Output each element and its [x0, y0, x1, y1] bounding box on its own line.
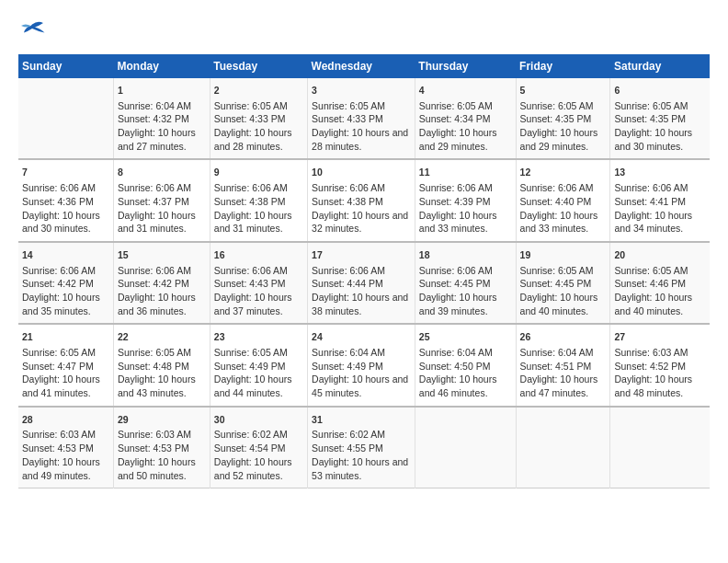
sunset: Sunset: 4:54 PM: [214, 442, 286, 454]
sunrise: Sunrise: 6:06 AM: [118, 182, 191, 193]
sunrise: Sunrise: 6:05 AM: [419, 100, 493, 111]
daylight: Daylight: 10 hours and 33 minutes.: [520, 210, 598, 235]
daylight: Daylight: 10 hours and 30 minutes.: [22, 210, 100, 235]
day-cell: 21Sunrise: 6:05 AMSunset: 4:47 PMDayligh…: [18, 324, 114, 406]
sunset: Sunset: 4:49 PM: [312, 361, 383, 372]
sunrise: Sunrise: 6:06 AM: [118, 265, 191, 276]
day-cell: 16Sunrise: 6:06 AMSunset: 4:43 PMDayligh…: [210, 242, 307, 324]
column-header-wednesday: Wednesday: [308, 54, 415, 78]
day-cell: 31Sunrise: 6:02 AMSunset: 4:55 PMDayligh…: [308, 407, 415, 488]
week-row-3: 14Sunrise: 6:06 AMSunset: 4:42 PMDayligh…: [18, 242, 710, 324]
sunset: Sunset: 4:51 PM: [520, 361, 592, 372]
sunrise: Sunrise: 6:06 AM: [419, 265, 493, 276]
day-number: 16: [214, 248, 303, 262]
day-number: 11: [419, 166, 512, 179]
day-cell: 6Sunrise: 6:05 AMSunset: 4:35 PMDaylight…: [610, 78, 710, 159]
day-cell: 24Sunrise: 6:04 AMSunset: 4:49 PMDayligh…: [308, 324, 415, 406]
daylight: Daylight: 10 hours and 28 minutes.: [312, 127, 408, 152]
daylight: Daylight: 10 hours and 50 minutes.: [118, 456, 196, 481]
sunrise: Sunrise: 6:05 AM: [312, 100, 385, 111]
week-row-4: 21Sunrise: 6:05 AMSunset: 4:47 PMDayligh…: [18, 324, 710, 406]
day-number: 28: [22, 413, 109, 427]
sunrise: Sunrise: 6:04 AM: [118, 100, 191, 111]
daylight: Daylight: 10 hours and 33 minutes.: [419, 210, 497, 235]
day-number: 19: [520, 248, 607, 262]
day-cell: 18Sunrise: 6:06 AMSunset: 4:45 PMDayligh…: [415, 242, 516, 324]
daylight: Daylight: 10 hours and 47 minutes.: [520, 373, 598, 398]
day-number: 9: [214, 166, 303, 179]
sunset: Sunset: 4:37 PM: [118, 196, 189, 207]
sunrise: Sunrise: 6:06 AM: [614, 182, 688, 193]
sunset: Sunset: 4:45 PM: [520, 278, 592, 289]
sunrise: Sunrise: 6:05 AM: [614, 265, 688, 276]
sunset: Sunset: 4:53 PM: [22, 442, 94, 454]
sunset: Sunset: 4:48 PM: [118, 361, 189, 372]
daylight: Daylight: 10 hours and 27 minutes.: [118, 127, 196, 152]
sunset: Sunset: 4:45 PM: [419, 278, 491, 289]
day-number: 18: [419, 248, 512, 262]
sunrise: Sunrise: 6:03 AM: [22, 429, 96, 440]
day-cell: 9Sunrise: 6:06 AMSunset: 4:38 PMDaylight…: [210, 159, 307, 241]
daylight: Daylight: 10 hours and 32 minutes.: [312, 210, 408, 235]
sunrise: Sunrise: 6:03 AM: [614, 347, 688, 358]
sunset: Sunset: 4:46 PM: [614, 278, 686, 289]
daylight: Daylight: 10 hours and 40 minutes.: [614, 292, 692, 316]
day-number: 20: [614, 248, 706, 262]
daylight: Daylight: 10 hours and 49 minutes.: [22, 456, 100, 481]
day-number: 6: [614, 84, 706, 98]
sunrise: Sunrise: 6:06 AM: [520, 182, 594, 193]
sunset: Sunset: 4:41 PM: [614, 196, 686, 207]
day-number: 25: [419, 330, 512, 344]
day-number: 13: [614, 166, 706, 179]
week-row-1: 1Sunrise: 6:04 AMSunset: 4:32 PMDaylight…: [18, 78, 710, 159]
day-cell: 19Sunrise: 6:05 AMSunset: 4:45 PMDayligh…: [516, 242, 610, 324]
day-cell: 1Sunrise: 6:04 AMSunset: 4:32 PMDaylight…: [114, 78, 210, 159]
day-number: 10: [312, 166, 411, 179]
day-number: 12: [520, 166, 607, 179]
sunset: Sunset: 4:33 PM: [312, 113, 383, 124]
sunrise: Sunrise: 6:04 AM: [419, 347, 493, 358]
daylight: Daylight: 10 hours and 34 minutes.: [614, 210, 692, 235]
day-number: 4: [419, 84, 512, 98]
day-number: 24: [312, 330, 411, 344]
column-header-tuesday: Tuesday: [210, 54, 307, 78]
day-number: 5: [520, 84, 607, 98]
week-row-5: 28Sunrise: 6:03 AMSunset: 4:53 PMDayligh…: [18, 407, 710, 488]
sunset: Sunset: 4:52 PM: [614, 361, 686, 372]
sunset: Sunset: 4:44 PM: [312, 278, 383, 289]
sunset: Sunset: 4:55 PM: [312, 442, 383, 454]
column-header-saturday: Saturday: [610, 54, 710, 78]
day-cell: 29Sunrise: 6:03 AMSunset: 4:53 PMDayligh…: [114, 407, 210, 488]
sunrise: Sunrise: 6:05 AM: [22, 347, 96, 358]
sunrise: Sunrise: 6:05 AM: [214, 347, 288, 358]
sunset: Sunset: 4:35 PM: [520, 113, 592, 124]
daylight: Daylight: 10 hours and 46 minutes.: [419, 373, 497, 398]
sunset: Sunset: 4:53 PM: [118, 442, 189, 454]
daylight: Daylight: 10 hours and 45 minutes.: [312, 373, 408, 398]
sunset: Sunset: 4:43 PM: [214, 278, 286, 289]
logo-icon: [18, 18, 46, 41]
day-cell: 28Sunrise: 6:03 AMSunset: 4:53 PMDayligh…: [18, 407, 114, 488]
day-cell: 26Sunrise: 6:04 AMSunset: 4:51 PMDayligh…: [516, 324, 610, 406]
day-cell: 4Sunrise: 6:05 AMSunset: 4:34 PMDaylight…: [415, 78, 516, 159]
day-cell: 30Sunrise: 6:02 AMSunset: 4:54 PMDayligh…: [210, 407, 307, 488]
day-number: 3: [312, 84, 411, 98]
logo: [18, 18, 50, 45]
day-cell: 5Sunrise: 6:05 AMSunset: 4:35 PMDaylight…: [516, 78, 610, 159]
sunset: Sunset: 4:33 PM: [214, 113, 286, 124]
sunrise: Sunrise: 6:06 AM: [312, 182, 385, 193]
day-number: 31: [312, 413, 411, 427]
day-cell: 25Sunrise: 6:04 AMSunset: 4:50 PMDayligh…: [415, 324, 516, 406]
day-cell: 12Sunrise: 6:06 AMSunset: 4:40 PMDayligh…: [516, 159, 610, 241]
sunrise: Sunrise: 6:05 AM: [520, 100, 594, 111]
column-header-friday: Friday: [516, 54, 610, 78]
sunrise: Sunrise: 6:04 AM: [312, 347, 385, 358]
daylight: Daylight: 10 hours and 48 minutes.: [614, 373, 692, 398]
day-cell: 13Sunrise: 6:06 AMSunset: 4:41 PMDayligh…: [610, 159, 710, 241]
day-cell: 20Sunrise: 6:05 AMSunset: 4:46 PMDayligh…: [610, 242, 710, 324]
day-number: 22: [118, 330, 206, 344]
sunrise: Sunrise: 6:05 AM: [214, 100, 288, 111]
day-cell: 2Sunrise: 6:05 AMSunset: 4:33 PMDaylight…: [210, 78, 307, 159]
day-cell: [516, 407, 610, 488]
day-number: 29: [118, 413, 206, 427]
